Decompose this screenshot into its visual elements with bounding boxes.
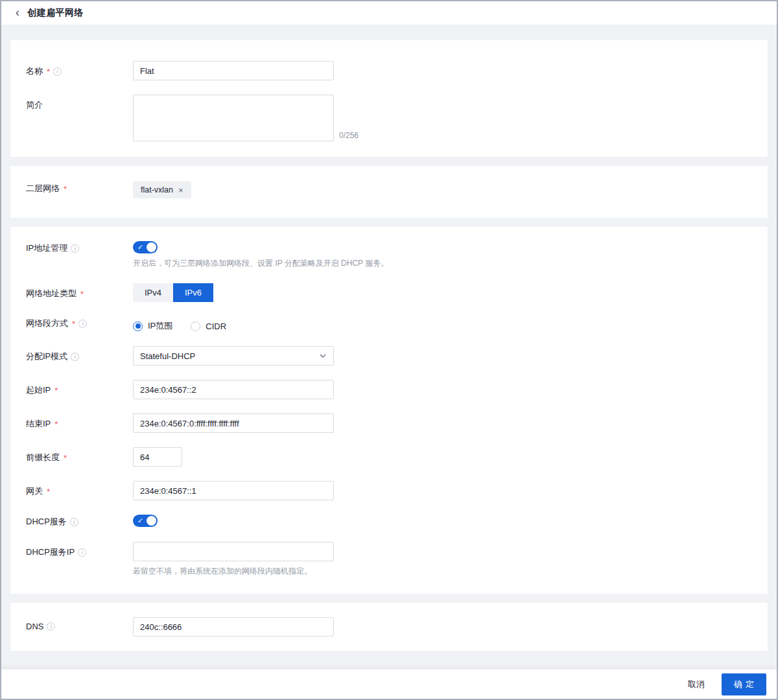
radio-cidr[interactable]: CIDR [191,320,226,332]
info-icon[interactable]: i [53,67,62,76]
form-row-dhcp-ip: DHCP服务IPi 若留空不填，将由系统在添加的网络段内随机指定。 [26,542,752,577]
toggle-knob [147,516,156,526]
form-row-dns: DNSi [26,617,752,636]
form-row-dhcp: DHCP服务i ✓ [26,515,752,528]
ip-mgmt-label-text: IP地址管理 [26,242,67,254]
chevron-down-icon [319,352,327,360]
required-marker: * [47,487,50,496]
description-label: 简介 [26,95,133,111]
radio-cidr-label: CIDR [206,321,226,331]
addr-type-ipv6-button[interactable]: IPv6 [173,283,213,302]
prefix-length-label: 前缀长度* [26,447,133,463]
alloc-mode-value: Stateful-DHCP [140,351,195,361]
form-row-addr-type: 网络地址类型* IPv4 IPv6 [26,283,752,302]
toggle-knob [147,242,156,252]
form-row-description: 简介 0/256 [26,95,752,141]
required-marker: * [72,319,75,329]
l2-network-label: 二层网络* [26,181,133,194]
l2-network-tag-text: flat-vxlan [141,185,173,194]
page-title: 创建扁平网络 [27,7,84,19]
dhcp-ip-input[interactable] [133,542,334,561]
ip-mgmt-toggle[interactable]: ✓ [133,241,158,253]
info-icon[interactable]: i [78,320,87,328]
gateway-label-text: 网关 [26,485,43,497]
addr-type-label-text: 网络地址类型 [26,288,77,299]
form-row-gateway: 网关* [26,481,752,500]
card-l2-network: 二层网络* flat-vxlan × [10,166,768,218]
end-ip-label: 结束IP* [26,414,133,430]
form-content: 名称*i 简介 0/256 二层网络* [1,25,777,651]
card-ip-management: IP地址管理i ✓ 开启后，可为三层网络添加网络段、设置 IP 分配策略及开启 … [10,227,768,594]
dhcp-toggle[interactable]: ✓ [133,515,158,527]
required-marker: * [54,419,58,429]
segment-mode-label: 网络段方式*i [26,316,133,329]
dhcp-ip-label-text: DHCP服务IP [26,546,75,558]
cancel-button[interactable]: 取消 [688,679,705,690]
dns-label-text: DNS [26,622,43,631]
name-label-text: 名称 [26,65,43,77]
dhcp-ip-label: DHCP服务IPi [26,542,133,558]
alloc-mode-select[interactable]: Stateful-DHCP [133,346,334,366]
info-icon[interactable]: i [78,548,86,557]
confirm-button[interactable]: 确定 [722,673,766,695]
form-row-prefix-length: 前缀长度* [26,447,752,467]
form-row-start-ip: 起始IP* [26,380,752,399]
start-ip-label: 起始IP* [26,380,133,396]
form-row-l2-network: 二层网络* flat-vxlan × [26,181,752,198]
required-marker: * [80,289,84,299]
segment-mode-group: IP范围 CIDR [133,316,226,332]
back-icon[interactable]: ‹ [16,6,19,18]
tag-remove-icon[interactable]: × [178,186,183,194]
l2-network-label-text: 二层网络 [26,183,60,194]
check-icon: ✓ [137,242,143,252]
form-row-segment-mode: 网络段方式*i IP范围 CIDR [26,316,752,332]
start-ip-input[interactable] [133,380,334,399]
form-row-name: 名称*i [26,61,752,80]
check-icon: ✓ [137,516,143,526]
char-counter: 0/256 [339,131,359,141]
dhcp-ip-hint: 若留空不填，将由系统在添加的网络段内随机指定。 [133,566,334,577]
prefix-length-input[interactable] [133,447,182,467]
required-marker: * [54,386,58,395]
description-textarea[interactable] [133,95,334,141]
radio-unchecked-icon [191,321,200,331]
dhcp-label-text: DHCP服务 [26,516,67,528]
end-ip-label-text: 结束IP [26,418,51,430]
l2-network-tag: flat-vxlan × [133,181,191,198]
name-input[interactable] [133,61,334,80]
form-row-end-ip: 结束IP* [26,414,752,433]
info-icon[interactable]: i [70,518,78,526]
gateway-label: 网关* [26,481,133,497]
gateway-input[interactable] [133,481,334,500]
info-icon[interactable]: i [71,244,79,253]
alloc-mode-label-text: 分配IP模式 [26,351,67,362]
page-header: ‹ 创建扁平网络 [1,1,777,25]
ip-mgmt-label: IP地址管理i [26,241,133,254]
card-dns: DNSi [10,603,768,651]
form-row-alloc-mode: 分配IP模式i Stateful-DHCP [26,346,752,366]
card-basic-info: 名称*i 简介 0/256 [10,40,768,157]
segment-mode-label-text: 网络段方式 [26,318,68,329]
dns-label: DNSi [26,617,133,631]
dns-input[interactable] [133,617,334,636]
end-ip-input[interactable] [133,414,334,433]
alloc-mode-label: 分配IP模式i [26,346,133,362]
ip-mgmt-hint: 开启后，可为三层网络添加网络段、设置 IP 分配策略及开启 DHCP 服务。 [133,258,388,269]
addr-type-group: IPv4 IPv6 [133,283,213,302]
start-ip-label-text: 起始IP [26,384,51,396]
radio-ip-range-label: IP范围 [148,320,172,332]
info-icon[interactable]: i [47,622,55,631]
radio-checked-icon [133,321,143,331]
page-footer: 取消 确定 [1,669,777,699]
addr-type-label: 网络地址类型* [26,283,133,299]
required-marker: * [64,184,67,194]
radio-ip-range[interactable]: IP范围 [133,320,172,332]
prefix-length-label-text: 前缀长度 [26,452,60,463]
required-marker: * [64,453,67,463]
form-row-ip-mgmt: IP地址管理i ✓ 开启后，可为三层网络添加网络段、设置 IP 分配策略及开启 … [26,241,752,269]
name-label: 名称*i [26,61,133,77]
info-icon[interactable]: i [71,353,79,361]
description-label-text: 简介 [26,99,43,111]
addr-type-ipv4-button[interactable]: IPv4 [133,283,173,302]
required-marker: * [47,67,50,76]
